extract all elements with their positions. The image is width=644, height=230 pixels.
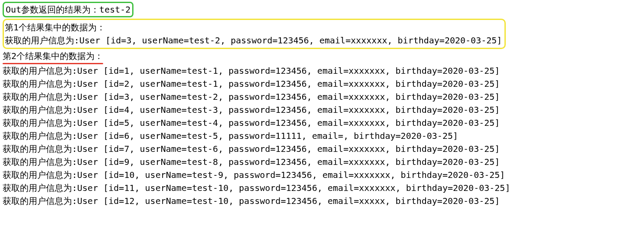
result-set-1-row: 获取的用户信息为:User [id=3, userName=test-2, pa… xyxy=(5,34,502,47)
result-set-2-row: 获取的用户信息为:User [id=10, userName=test-9, p… xyxy=(3,168,641,181)
result-set-2-header: 第2个结果集中的数据为： xyxy=(3,51,103,61)
result-set-1-header: 第1个结果集中的数据为： xyxy=(5,21,502,34)
result-set-2-header-underline: 第2个结果集中的数据为： xyxy=(3,49,103,64)
result-set-2-row: 获取的用户信息为:User [id=9, userName=test-8, pa… xyxy=(3,155,641,168)
result-set-2-row: 获取的用户信息为:User [id=1, userName=test-1, pa… xyxy=(3,64,641,77)
result-set-1-highlight: 第1个结果集中的数据为： 获取的用户信息为:User [id=3, userNa… xyxy=(3,19,506,49)
result-set-2-row: 获取的用户信息为:User [id=3, userName=test-2, pa… xyxy=(3,90,641,103)
result-set-2-row: 获取的用户信息为:User [id=5, userName=test-4, pa… xyxy=(3,116,641,129)
out-param-highlight: Out参数返回的结果为：test-2 xyxy=(3,2,133,17)
result-set-2-row: 获取的用户信息为:User [id=11, userName=test-10, … xyxy=(3,181,641,194)
result-set-2-row: 获取的用户信息为:User [id=6, userName=test-5, pa… xyxy=(3,129,641,142)
result-set-2-row: 获取的用户信息为:User [id=7, userName=test-6, pa… xyxy=(3,142,641,155)
out-param-text: Out参数返回的结果为：test-2 xyxy=(6,4,130,15)
result-set-2-row: 获取的用户信息为:User [id=4, userName=test-3, pa… xyxy=(3,103,641,116)
result-set-2-row: 获取的用户信息为:User [id=12, userName=test-10, … xyxy=(3,194,641,207)
result-set-2-row: 获取的用户信息为:User [id=2, userName=test-1, pa… xyxy=(3,77,641,90)
